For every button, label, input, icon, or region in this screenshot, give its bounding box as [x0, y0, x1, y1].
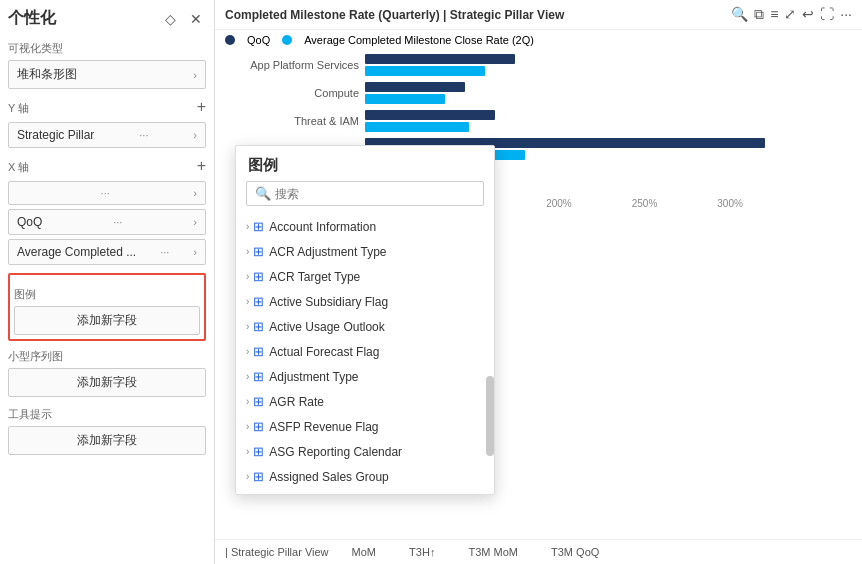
x-axis-field2-box[interactable]: QoQ ··· ›	[8, 209, 206, 235]
toolbar-undo-icon[interactable]: ↩	[802, 6, 814, 23]
popup-overlay: 图例 🔍 › ⊞ Account Information › ⊞ ACR Adj…	[235, 145, 495, 495]
popup-search-input[interactable]	[275, 187, 475, 201]
popup-item-asfp[interactable]: › ⊞ ASFP Revenue Flag	[236, 414, 494, 439]
legend-label-avg: Average Completed Milestone Close Rate (…	[304, 34, 534, 46]
table-icon-5: ⊞	[253, 344, 264, 359]
expand-arrow-2: ›	[246, 271, 249, 282]
bar-label-0: App Platform Services	[225, 59, 365, 71]
toolbar-copy-icon[interactable]: ⧉	[754, 6, 764, 23]
y-axis-field-box[interactable]: Strategic Pillar ··· ›	[8, 122, 206, 148]
table-icon-7: ⊞	[253, 394, 264, 409]
left-panel: 个性化 ◇ ✕ 可视化类型 堆和条形图 › Y 轴 + Strategic Pi…	[0, 0, 215, 564]
legend-add-field-label: 添加新字段	[77, 312, 137, 329]
popup-item-actual-forecast[interactable]: › ⊞ Actual Forecast Flag	[236, 339, 494, 364]
x-axis-dots1: ···	[101, 187, 110, 199]
popup-item-acr-target[interactable]: › ⊞ ACR Target Type	[236, 264, 494, 289]
popup-item-agr-rate[interactable]: › ⊞ AGR Rate	[236, 389, 494, 414]
table-icon-2: ⊞	[253, 269, 264, 284]
popup-item-adjustment-type[interactable]: › ⊞ Adjustment Type	[236, 364, 494, 389]
bar-label-2: Threat & IAM	[225, 115, 365, 127]
small-multiple-label: 小型序列图	[8, 349, 206, 364]
bars-0	[365, 54, 515, 76]
panel-diamond-icon[interactable]: ◇	[161, 9, 180, 29]
bottom-col-t3mqoq: T3M QoQ	[551, 546, 599, 558]
x-axis-arrow2: ›	[193, 216, 197, 228]
item-text-1: ACR Adjustment Type	[269, 245, 386, 259]
chart-legend-row: QoQ Average Completed Milestone Close Ra…	[215, 30, 862, 50]
chart-header: Completed Milestone Rate (Quarterly) | S…	[215, 0, 862, 30]
table-icon-6: ⊞	[253, 369, 264, 384]
legend-label: 图例	[14, 287, 200, 302]
expand-arrow-4: ›	[246, 321, 249, 332]
x-label-2: 200%	[546, 198, 572, 209]
popup-item-azure-anamshe[interactable]: › ⊞ Azure Anamshe Flag	[236, 489, 494, 494]
bottom-col-t3h: T3H↑	[409, 546, 435, 558]
popup-item-acr-adjustment[interactable]: › ⊞ ACR Adjustment Type	[236, 239, 494, 264]
x-axis-field3-box[interactable]: Average Completed ... ··· ›	[8, 239, 206, 265]
vis-type-arrow: ›	[193, 69, 197, 81]
tooltip-add-label: 添加新字段	[77, 432, 137, 449]
popup-list: › ⊞ Account Information › ⊞ ACR Adjustme…	[236, 214, 494, 494]
bar-light-0	[365, 66, 485, 76]
legend-section: 图例 添加新字段	[8, 273, 206, 341]
bar-row-1: Compute	[225, 82, 852, 104]
bar-light-1	[365, 94, 445, 104]
toolbar-more-icon[interactable]: ···	[840, 6, 852, 23]
toolbar-search-icon[interactable]: 🔍	[731, 6, 748, 23]
chart-title: Completed Milestone Rate (Quarterly) | S…	[225, 8, 564, 22]
tooltip-label: 工具提示	[8, 407, 206, 422]
item-text-3: Active Subsidiary Flag	[269, 295, 388, 309]
bottom-chart: | Strategic Pillar View MoM T3H↑ T3M MoM…	[215, 539, 862, 564]
popup-search[interactable]: 🔍	[246, 181, 484, 206]
item-text-5: Actual Forecast Flag	[269, 345, 379, 359]
popup-item-active-usage[interactable]: › ⊞ Active Usage Outlook	[236, 314, 494, 339]
expand-arrow-10: ›	[246, 471, 249, 482]
bar-label-1: Compute	[225, 87, 365, 99]
popup-header: 图例	[236, 146, 494, 181]
x-axis-row: X 轴 +	[8, 152, 206, 179]
bars-2	[365, 110, 495, 132]
bottom-col-mom: MoM	[352, 546, 376, 558]
x-axis-dots3: ···	[160, 246, 169, 258]
expand-arrow-5: ›	[246, 346, 249, 357]
x-axis-add-btn[interactable]: +	[197, 157, 206, 175]
toolbar-expand-icon[interactable]: ⤢	[784, 6, 796, 23]
vis-type-value: 堆和条形图	[17, 66, 77, 83]
panel-title: 个性化	[8, 8, 56, 29]
panel-close-icon[interactable]: ✕	[186, 9, 206, 29]
item-text-8: ASFP Revenue Flag	[269, 420, 378, 434]
popup-search-icon: 🔍	[255, 186, 271, 201]
x-label-4: 300%	[717, 198, 743, 209]
popup-item-active-subsidiary[interactable]: › ⊞ Active Subsidiary Flag	[236, 289, 494, 314]
table-icon-10: ⊞	[253, 469, 264, 484]
tooltip-add-btn[interactable]: 添加新字段	[8, 426, 206, 455]
popup-item-account-information[interactable]: › ⊞ Account Information	[236, 214, 494, 239]
toolbar-filter-icon[interactable]: ≡	[770, 6, 778, 23]
expand-arrow-0: ›	[246, 221, 249, 232]
popup-item-assigned-sales[interactable]: › ⊞ Assigned Sales Group	[236, 464, 494, 489]
bar-row-2: Threat & IAM	[225, 110, 852, 132]
legend-dot-qoq	[225, 35, 235, 45]
popup-scrollbar[interactable]	[486, 376, 494, 456]
toolbar-fullscreen-icon[interactable]: ⛶	[820, 6, 834, 23]
vis-type-box[interactable]: 堆和条形图 ›	[8, 60, 206, 89]
table-icon-8: ⊞	[253, 419, 264, 434]
x-axis-arrow1: ›	[193, 187, 197, 199]
y-axis-label: Y 轴	[8, 101, 29, 116]
x-axis-arrow3: ›	[193, 246, 197, 258]
y-axis-row: Y 轴 +	[8, 93, 206, 120]
small-multiple-add-label: 添加新字段	[77, 374, 137, 391]
small-multiple-add-btn[interactable]: 添加新字段	[8, 368, 206, 397]
bar-dark-0	[365, 54, 515, 64]
expand-arrow-3: ›	[246, 296, 249, 307]
bar-light-2	[365, 122, 469, 132]
item-text-7: AGR Rate	[269, 395, 324, 409]
popup-item-asg-reporting[interactable]: › ⊞ ASG Reporting Calendar	[236, 439, 494, 464]
bar-dark-1	[365, 82, 465, 92]
x-axis-field1-box[interactable]: ··· ›	[8, 181, 206, 205]
legend-add-field-btn[interactable]: 添加新字段	[14, 306, 200, 335]
y-axis-add-btn[interactable]: +	[197, 98, 206, 116]
x-axis-field3: Average Completed ...	[17, 245, 136, 259]
bottom-title: | Strategic Pillar View	[225, 546, 329, 558]
x-axis-field2: QoQ	[17, 215, 42, 229]
